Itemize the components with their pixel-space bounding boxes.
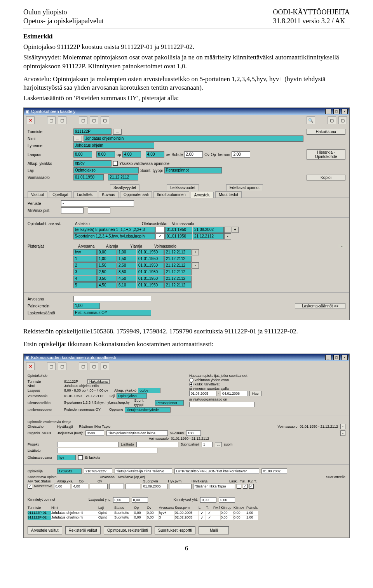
field-ov-to[interactable]: 4,00: [146, 151, 164, 158]
maili-button[interactable]: Maili: [199, 526, 229, 534]
piste-cell[interactable]: 2,50: [97, 269, 117, 275]
asteikko-row-name[interactable]: (ei käytetä) 8-portainen 1-,1,1+,2-,2,2+…: [73, 227, 155, 233]
piste-cell[interactable]: 1,00: [97, 256, 117, 262]
table-cell[interactable]: 1,00: [246, 511, 258, 515]
field-laji[interactable]: Opintojakso: [73, 167, 139, 173]
table-cell[interactable]: 02.02.2005: [175, 515, 198, 520]
pick-button[interactable]: ...: [113, 129, 122, 135]
table-cell[interactable]: Johdatus ohjelmointi: [51, 511, 98, 515]
piste-cell[interactable]: 1,50: [97, 262, 117, 269]
field-koost-op[interactable]: 8,00: [54, 484, 70, 489]
row-remove-button[interactable]: -: [224, 227, 231, 233]
window-max-icon[interactable]: □: [333, 355, 340, 360]
table-cell[interactable]: 0,00: [221, 511, 233, 515]
toolbar-button[interactable]: ▢: [338, 116, 347, 124]
rekisteroi-valitut-button[interactable]: Rekisteröi valitut: [65, 526, 101, 534]
piste-cell[interactable]: 21.12.2112: [164, 262, 192, 269]
row-add-button[interactable]: +: [232, 227, 239, 233]
piste-cell[interactable]: 6,10: [117, 282, 136, 288]
tab-muut-tiedot[interactable]: Muut tiedot: [215, 191, 241, 198]
piste-cell[interactable]: 5: [73, 282, 97, 288]
table-cell[interactable]: hyv+: [159, 511, 174, 515]
piste-cell[interactable]: 01.01.1950: [137, 262, 164, 269]
table-cell[interactable]: Suoritettu: [114, 515, 134, 520]
field-jarjestava-nimi[interactable]: Tietojenkäsittelytieteiden laitos: [106, 430, 168, 436]
tab-kuvaus[interactable]: Kuvaus: [99, 191, 119, 198]
row-add-button[interactable]: +: [192, 249, 199, 255]
tab-luokittelu[interactable]: Luokittelu: [73, 191, 97, 198]
table-cell[interactable]: 01.09.2005: [175, 511, 198, 515]
asteikko-row-to[interactable]: 21.12.2112: [193, 233, 224, 239]
piste-cell[interactable]: 4: [73, 276, 97, 282]
field-alkup[interactable]: op/ov: [138, 388, 160, 393]
piste-cell[interactable]: 01.01.1950: [137, 276, 164, 282]
tab-vastuut[interactable]: Vastuut: [28, 191, 47, 198]
field-koost-hyvpvm[interactable]: [169, 484, 192, 489]
field-ov-from[interactable]: 4,00: [122, 151, 141, 158]
table-cell[interactable]: Opint: [98, 515, 114, 520]
field-opiskelija-id[interactable]: 210765-922V: [84, 468, 112, 474]
tab-leikkaavuudet[interactable]: Leikkaavuudet: [167, 184, 199, 191]
hierarkia-button[interactable]: Hierarkia - Opintokohde: [307, 149, 345, 160]
hakuikkuna-button[interactable]: Hakuikkuna: [87, 379, 110, 384]
field-voimassa-from[interactable]: 01.01.1950: [73, 174, 104, 180]
table-cell[interactable]: [213, 515, 220, 520]
table-cell[interactable]: 0,00: [147, 515, 159, 520]
piste-cell[interactable]: 0,00: [97, 249, 117, 255]
field-opiskelija-org[interactable]: LuTK/Ta19/tco/FM-LUON/Tiet.käs.ko/Tietov…: [174, 468, 259, 474]
field-nimi[interactable]: Johdatus ohjelmointiin: [84, 135, 303, 142]
toolbar-button[interactable]: ▢: [58, 116, 66, 124]
table-cell[interactable]: Opint: [98, 511, 114, 515]
field-ovop[interactable]: 2,00: [232, 151, 250, 158]
kopioi-button[interactable]: Kopioi: [307, 175, 345, 180]
field-koost-suorpvm[interactable]: 01.09.2005: [142, 484, 167, 489]
piste-cell[interactable]: 1,00: [117, 249, 136, 255]
field-koost-kesk2[interactable]: [125, 484, 140, 489]
arvostele-valitut-button[interactable]: Arvostele valitut: [28, 526, 62, 534]
table-cell[interactable]: ✓: [206, 511, 213, 515]
field-max[interactable]: [88, 207, 110, 213]
collapse-button[interactable]: -: [338, 244, 345, 248]
piste-cell[interactable]: 01.01.1950: [137, 269, 164, 275]
field-aika-to[interactable]: 04.01.2006: [221, 391, 248, 396]
piste-cell[interactable]: 21.12.2112: [164, 249, 192, 255]
field-suorit-tyyppi[interactable]: Perusopinnot: [155, 400, 184, 406]
asteikko-row-flag[interactable]: ✓: [155, 233, 165, 239]
piste-cell[interactable]: 3: [73, 269, 97, 275]
field-projekti[interactable]: [57, 442, 119, 447]
window-max-icon[interactable]: □: [333, 109, 340, 114]
field-oppiaine[interactable]: Tietojenkäsittelytiede: [125, 407, 171, 413]
pick-button[interactable]: ...: [73, 136, 82, 142]
checkbox-koostettava[interactable]: [28, 484, 32, 489]
field-koost-kesk1[interactable]: [109, 484, 124, 489]
toolbar-button[interactable]: ▢: [47, 363, 56, 370]
field-opiskelija-nimi[interactable]: Tietojenkäsittelijä Tiina Tellervo: [115, 468, 172, 474]
suoritukset-raportti-button[interactable]: Suoritukset -raportti: [155, 526, 195, 534]
piste-cell[interactable]: 3,50: [97, 276, 117, 282]
table-cell[interactable]: 0,00: [134, 511, 146, 515]
remove-row-button[interactable]: -: [340, 430, 345, 436]
tab-oppimateriaali[interactable]: Oppimateriaali: [120, 191, 152, 198]
piste-cell[interactable]: 2,50: [117, 262, 136, 269]
field-laskentasaanto[interactable]: Pist. summaus OY: [73, 310, 151, 316]
table-cell[interactable]: 1,00: [246, 515, 258, 520]
field-lisatieto-2[interactable]: [57, 448, 157, 453]
toolbar-button[interactable]: ▢: [47, 116, 56, 124]
row-remove-button[interactable]: -: [192, 262, 199, 269]
toolbar-button[interactable]: ▢: [90, 363, 98, 370]
laskentasaannot-button[interactable]: Laskenta-säännöt >>: [295, 303, 345, 309]
table-cell[interactable]: 0,00: [147, 511, 159, 515]
field-aika-from[interactable]: 01.08.2005: [189, 391, 216, 396]
piste-cell[interactable]: hyv: [73, 249, 97, 255]
toolbar-button[interactable]: ▢: [101, 116, 109, 124]
remove-row-button[interactable]: -: [340, 424, 345, 429]
table-cell[interactable]: 0,00: [234, 515, 246, 520]
field-suorit-tyyppi[interactable]: Perusopinnot: [164, 167, 222, 173]
table-cell[interactable]: 0,00: [221, 515, 233, 520]
field-kieli-n[interactable]: 1: [202, 442, 213, 447]
window-min-icon[interactable]: _: [325, 355, 331, 360]
toolbar-button[interactable]: ▢: [79, 363, 87, 370]
field-koost-ov[interactable]: 4,00: [72, 484, 88, 489]
asteikko-row-from[interactable]: 01.01.1950: [165, 233, 192, 239]
checkbox-ei-lasketa[interactable]: [78, 455, 83, 460]
